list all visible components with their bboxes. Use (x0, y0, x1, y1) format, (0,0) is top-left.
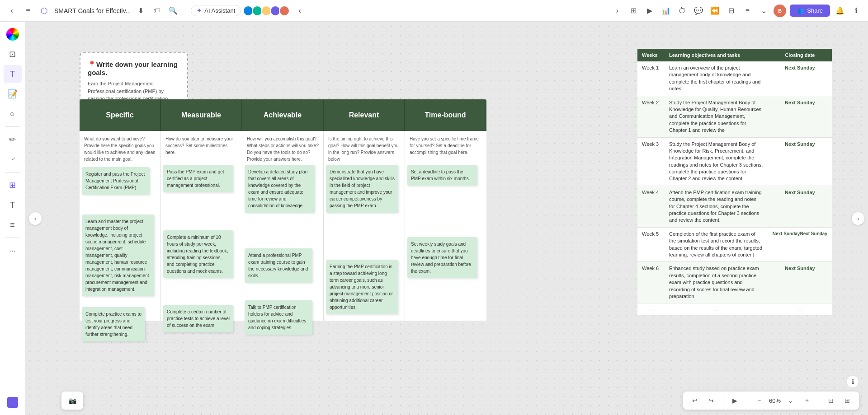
achievable-sticky-3[interactable]: Talk to PMP certification holders for ad… (245, 300, 312, 335)
achievable-sticky-2[interactable]: Attend a professional PMP exam training … (245, 248, 312, 283)
sidebar-palette-icon[interactable] (4, 25, 22, 43)
achievable-header: Achievable (242, 99, 324, 131)
menu-button[interactable]: ≡ (22, 5, 34, 17)
relevant-sticky-2[interactable]: Earning the PMP certification is a step … (326, 260, 398, 314)
table-row: Week 4 Attend the PMP certification exam… (637, 186, 832, 227)
canvas-nav-right[interactable]: › (852, 212, 864, 225)
timer-icon[interactable]: ⏱ (676, 5, 689, 17)
back-button[interactable]: ‹ (5, 5, 18, 17)
sidebar-text-icon[interactable]: T (4, 65, 22, 83)
play-button[interactable]: ▶ (729, 394, 741, 407)
help-icon[interactable]: ℹ (850, 5, 863, 17)
table-header-row: Weeks Learning objectives and tasks Clos… (637, 49, 832, 61)
sidebar-connect-icon[interactable]: ⟋ (4, 150, 22, 168)
ai-assistant-button[interactable]: ✦ AI Assistant (191, 5, 241, 16)
zoom-dropdown[interactable]: ⌄ (784, 394, 797, 407)
closing-date: Next Sunday (768, 262, 832, 303)
task-text: Attend the PMP certification exam traini… (665, 186, 768, 227)
relevant-sticky-1[interactable]: Demonstrate that you have specialized kn… (326, 165, 398, 213)
sidebar-shapes-icon[interactable]: ○ (4, 105, 22, 123)
color-wheel (6, 28, 19, 41)
search-button[interactable]: 🔍 (167, 5, 179, 17)
measurable-column: Measurable How do you plan to measure yo… (161, 99, 242, 321)
camera-icon[interactable]: 📷 (66, 394, 79, 407)
add-frame-icon[interactable]: ⊞ (627, 5, 640, 17)
grid-button[interactable]: ⊞ (841, 394, 854, 407)
timebound-sticky-1[interactable]: Set a deadline to pass the PMP exam with… (407, 165, 477, 186)
specific-sticky-1[interactable]: Register and pass the Project Management… (82, 167, 150, 195)
tag-button[interactable]: 🏷 (151, 5, 163, 17)
document-title: SMART Goals for Effectiv... (54, 7, 131, 14)
measurable-sticky-3[interactable]: Complete a certain number of practice te… (163, 305, 233, 332)
timebound-column: Time-bound Have you set a specific time … (405, 99, 486, 321)
color-block (7, 397, 18, 408)
share-icon: 👥 (797, 7, 804, 14)
logo-icon: ⬡ (38, 5, 51, 17)
bottom-divider-2 (747, 395, 747, 406)
fit-button[interactable]: ⊡ (825, 394, 837, 407)
week-label: Week 3 (637, 137, 665, 186)
collapse-icon[interactable]: ‹ (293, 5, 306, 17)
toolbar-divider-1 (185, 5, 185, 16)
redo-button[interactable]: ↪ (705, 394, 717, 407)
zoom-in-button[interactable]: + (801, 394, 813, 407)
chevron-down-icon[interactable]: ⌄ (757, 5, 770, 17)
sidebar-task-icon[interactable]: T (4, 196, 22, 214)
sidebar-list-icon[interactable]: ≡ (4, 216, 22, 234)
sidebar-color-swatch[interactable] (4, 393, 22, 411)
zoom-out-button[interactable]: − (753, 394, 765, 407)
col-weeks: Weeks (637, 49, 665, 61)
measurable-sticky-1[interactable]: Pass the PMP exam and get certified as a… (163, 165, 233, 192)
history-icon[interactable]: ⏪ (708, 5, 721, 17)
toolbar-left: ‹ ≡ ⬡ SMART Goals for Effectiv... ⬇ 🏷 🔍 … (5, 5, 607, 17)
play-icon[interactable]: ▶ (643, 5, 656, 17)
bottom-divider-3 (819, 395, 819, 406)
table-row: Week 5 Completion of the first practice … (637, 227, 832, 262)
sidebar-template-icon[interactable]: ⊡ (4, 45, 22, 63)
timebound-sticky-2[interactable]: Set weekly study goals and deadlines to … (407, 237, 477, 278)
collaborator-5 (279, 5, 290, 16)
sidebar-more-icon[interactable]: ··· (4, 242, 22, 260)
timebound-description: Have you set a specific time frame for y… (410, 135, 482, 156)
top-toolbar: ‹ ≡ ⬡ SMART Goals for Effectiv... ⬇ 🏷 🔍 … (0, 0, 868, 22)
closing-date: Next Sunday (768, 96, 832, 137)
info-button[interactable]: ℹ (846, 375, 859, 388)
sidebar-table-icon[interactable]: ⊞ (4, 176, 22, 194)
footer-col-2: ... (665, 303, 768, 316)
week-label: Week 2 (637, 96, 665, 137)
week-label: Week 5 (637, 227, 665, 262)
sidebar-separator-3 (5, 238, 20, 238)
undo-button[interactable]: ↩ (689, 394, 701, 407)
timebound-body: Have you set a specific time frame for y… (405, 131, 486, 321)
task-text: Study the Project Management Body of Kno… (665, 96, 768, 137)
achievable-sticky-1[interactable]: Develop a detailed study plan that cover… (245, 165, 315, 213)
specific-body: What do you want to achieve? Provide her… (80, 131, 161, 321)
canvas-nav-left[interactable]: ‹ (29, 212, 42, 225)
layout-icon[interactable]: ⊟ (725, 5, 737, 17)
chat-icon[interactable]: 💬 (692, 5, 705, 17)
task-text: Enhanced study based on practice exam re… (665, 262, 768, 303)
share-button[interactable]: 👥 Share (790, 5, 830, 17)
achievable-body: How will you accomplish this goal? What … (242, 131, 324, 321)
measurable-sticky-2[interactable]: Complete a minimum of 10 hours of study … (163, 230, 233, 278)
specific-sticky-2[interactable]: Learn and master the project management … (82, 214, 154, 296)
sidebar-pen-icon[interactable]: ✏ (4, 131, 22, 149)
bottom-divider (723, 395, 723, 406)
measurable-description: How do you plan to measure your success?… (165, 135, 237, 156)
week-label: Week 1 (637, 61, 665, 96)
footer-col-3: ... (768, 303, 832, 316)
task-text: Study the Project Management Body of Kno… (665, 137, 768, 186)
footer-col-1: ... (637, 303, 665, 316)
specific-description: What do you want to achieve? Provide her… (84, 135, 156, 163)
table-row: Week 2 Study the Project Management Body… (637, 96, 832, 137)
closing-date: Next Sunday (768, 186, 832, 227)
expand-button[interactable]: › (611, 5, 623, 17)
table-row: Week 3 Study the Project Management Body… (637, 137, 832, 186)
notification-bell[interactable]: 🔔 (834, 5, 846, 17)
measurable-body: How do you plan to measure your success?… (161, 131, 242, 321)
format-icon[interactable]: ≡ (741, 5, 754, 17)
sidebar-sticky-icon[interactable]: 📝 (4, 85, 22, 103)
specific-sticky-3[interactable]: Complete practice exams to test your pro… (82, 307, 145, 341)
download-button[interactable]: ⬇ (134, 5, 147, 17)
present-icon[interactable]: 📊 (660, 5, 672, 17)
